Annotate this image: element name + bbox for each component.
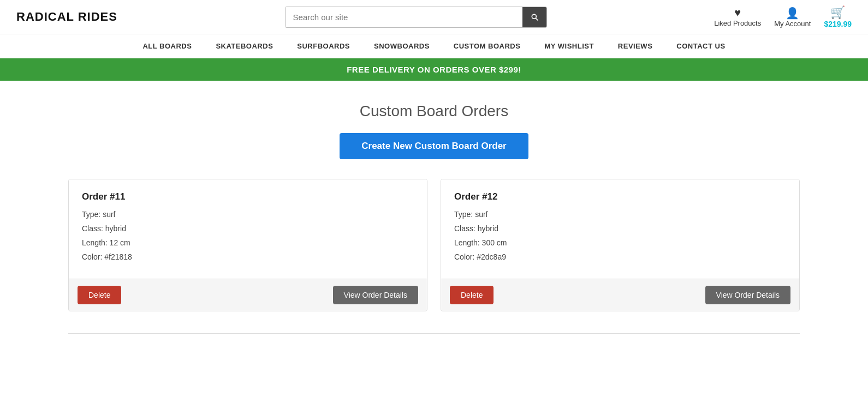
delete-button-11[interactable]: Delete [78, 286, 121, 304]
cart-price: $219.99 [824, 20, 852, 28]
main-nav: ALL BOARDS SKATEBOARDS SURFBOARDS SNOWBO… [0, 34, 868, 58]
footer-divider [68, 333, 800, 334]
orders-grid: Order #11 Type: surf Class: hybrid Lengt… [68, 179, 800, 311]
order-body-11: Order #11 Type: surf Class: hybrid Lengt… [69, 179, 427, 279]
order-card-12: Order #12 Type: surf Class: hybrid Lengt… [441, 179, 800, 311]
user-icon: 👤 [786, 7, 799, 20]
search-button[interactable] [522, 7, 546, 27]
search-box [285, 7, 547, 28]
order-card-11: Order #11 Type: surf Class: hybrid Lengt… [68, 179, 427, 311]
nav-item-custom-boards[interactable]: CUSTOM BOARDS [442, 34, 533, 58]
order-footer-11: Delete View Order Details [69, 279, 427, 311]
search-icon [530, 13, 539, 21]
order-title-12: Order #12 [454, 191, 786, 202]
heart-icon: ♥ [734, 7, 741, 19]
order-title-11: Order #11 [82, 191, 414, 202]
nav-item-my-wishlist[interactable]: MY WISHLIST [532, 34, 605, 58]
order-footer-12: Delete View Order Details [441, 279, 799, 311]
cart-icon: 🛒 [830, 5, 845, 20]
view-details-button-12[interactable]: View Order Details [705, 286, 790, 304]
liked-products-link[interactable]: ♥ Liked Products [714, 7, 761, 27]
nav-item-skateboards[interactable]: SKATEBOARDS [204, 34, 285, 58]
view-details-button-11[interactable]: View Order Details [333, 286, 418, 304]
cart-button[interactable]: 🛒 $219.99 [824, 5, 852, 28]
nav-item-contact-us[interactable]: CONTACT US [664, 34, 737, 58]
nav-item-all-boards[interactable]: ALL BOARDS [130, 34, 204, 58]
order-length-11: Length: 12 cm [82, 238, 414, 247]
header: RADICAL RIDES ♥ Liked Products 👤 My Acco… [0, 0, 868, 34]
nav-item-reviews[interactable]: REVIEWS [606, 34, 664, 58]
order-body-12: Order #12 Type: surf Class: hybrid Lengt… [441, 179, 799, 279]
site-logo: RADICAL RIDES [16, 10, 117, 24]
order-class-11: Class: hybrid [82, 224, 414, 233]
main-content: Custom Board Orders Create New Custom Bo… [52, 81, 816, 366]
search-input[interactable] [286, 7, 522, 27]
my-account-label: My Account [774, 20, 811, 28]
create-new-order-button[interactable]: Create New Custom Board Order [340, 133, 528, 159]
order-type-12: Type: surf [454, 210, 786, 219]
promo-text: FREE DELIVERY ON ORDERS OVER $299! [347, 65, 521, 74]
order-length-12: Length: 300 cm [454, 238, 786, 247]
my-account-link[interactable]: 👤 My Account [774, 7, 811, 28]
promo-banner: FREE DELIVERY ON ORDERS OVER $299! [0, 58, 868, 81]
order-color-11: Color: #f21818 [82, 252, 414, 261]
liked-products-label: Liked Products [714, 19, 761, 27]
header-actions: ♥ Liked Products 👤 My Account 🛒 $219.99 [714, 5, 852, 28]
delete-button-12[interactable]: Delete [450, 286, 494, 304]
order-class-12: Class: hybrid [454, 224, 786, 233]
search-container [128, 7, 703, 28]
order-type-11: Type: surf [82, 210, 414, 219]
order-color-12: Color: #2dc8a9 [454, 252, 786, 261]
page-title: Custom Board Orders [68, 103, 800, 120]
nav-item-snowboards[interactable]: SNOWBOARDS [362, 34, 442, 58]
nav-item-surfboards[interactable]: SURFBOARDS [285, 34, 362, 58]
create-btn-container: Create New Custom Board Order [68, 133, 800, 159]
